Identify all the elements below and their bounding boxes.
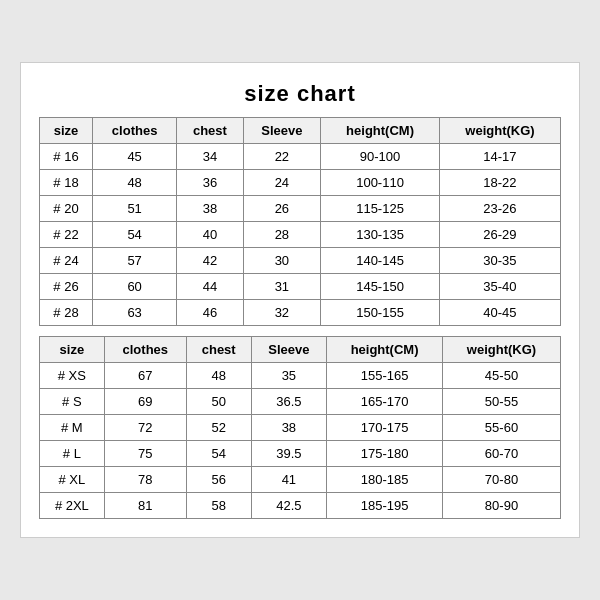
table1-header-row: sizeclotheschestSleeveheight(CM)weight(K… <box>40 118 561 144</box>
table-cell: 26 <box>243 196 321 222</box>
table-cell: 44 <box>177 274 243 300</box>
table-cell: 55-60 <box>442 415 560 441</box>
table-cell: # 20 <box>40 196 93 222</box>
table-cell: 38 <box>177 196 243 222</box>
table2-col-header: weight(KG) <box>442 337 560 363</box>
table-cell: # 16 <box>40 144 93 170</box>
table-cell: 185-195 <box>327 493 443 519</box>
table-cell: # 26 <box>40 274 93 300</box>
table-cell: 67 <box>104 363 186 389</box>
table-row: # L755439.5175-18060-70 <box>40 441 561 467</box>
table-cell: 22 <box>243 144 321 170</box>
size-table-1: sizeclotheschestSleeveheight(CM)weight(K… <box>39 117 561 326</box>
table2-body: # XS674835155-16545-50# S695036.5165-170… <box>40 363 561 519</box>
table-row: # 1645342290-10014-17 <box>40 144 561 170</box>
table-cell: 42 <box>177 248 243 274</box>
table-cell: 115-125 <box>321 196 440 222</box>
table-cell: 45-50 <box>442 363 560 389</box>
table-cell: 28 <box>243 222 321 248</box>
table-cell: 180-185 <box>327 467 443 493</box>
table-cell: 80-90 <box>442 493 560 519</box>
table-cell: 36.5 <box>251 389 327 415</box>
table-cell: 54 <box>186 441 251 467</box>
table-cell: 52 <box>186 415 251 441</box>
table1-col-header: chest <box>177 118 243 144</box>
table-cell: 60 <box>93 274 177 300</box>
table-cell: 40 <box>177 222 243 248</box>
table1-header: sizeclotheschestSleeveheight(CM)weight(K… <box>40 118 561 144</box>
table-cell: 31 <box>243 274 321 300</box>
table-row: # 26604431145-15035-40 <box>40 274 561 300</box>
table-cell: # 18 <box>40 170 93 196</box>
table2-col-header: height(CM) <box>327 337 443 363</box>
table1-col-header: height(CM) <box>321 118 440 144</box>
table-cell: 54 <box>93 222 177 248</box>
table-cell: 72 <box>104 415 186 441</box>
table-row: # 20513826115-12523-26 <box>40 196 561 222</box>
table-cell: 60-70 <box>442 441 560 467</box>
table-cell: # 28 <box>40 300 93 326</box>
chart-title: size chart <box>39 81 561 107</box>
table-cell: 69 <box>104 389 186 415</box>
table1-col-header: clothes <box>93 118 177 144</box>
table-cell: 58 <box>186 493 251 519</box>
table-row: # 24574230140-14530-35 <box>40 248 561 274</box>
table-cell: 39.5 <box>251 441 327 467</box>
table1-body: # 1645342290-10014-17# 18483624100-11018… <box>40 144 561 326</box>
table-cell: 175-180 <box>327 441 443 467</box>
table-cell: 45 <box>93 144 177 170</box>
table-cell: 35-40 <box>439 274 560 300</box>
table-cell: 50 <box>186 389 251 415</box>
table-cell: # 22 <box>40 222 93 248</box>
table-row: # 2XL815842.5185-19580-90 <box>40 493 561 519</box>
table-row: # XS674835155-16545-50 <box>40 363 561 389</box>
size-table-2: sizeclotheschestSleeveheight(CM)weight(K… <box>39 336 561 519</box>
table-cell: # 24 <box>40 248 93 274</box>
table-cell: 63 <box>93 300 177 326</box>
table-cell: 32 <box>243 300 321 326</box>
size-chart-card: size chart sizeclotheschestSleeveheight(… <box>20 62 580 538</box>
table-cell: 41 <box>251 467 327 493</box>
table2-col-header: size <box>40 337 105 363</box>
table1-col-header: Sleeve <box>243 118 321 144</box>
table-cell: 56 <box>186 467 251 493</box>
table1-col-header: weight(KG) <box>439 118 560 144</box>
table-cell: 48 <box>186 363 251 389</box>
table-row: # 28634632150-15540-45 <box>40 300 561 326</box>
table-cell: 46 <box>177 300 243 326</box>
table1-col-header: size <box>40 118 93 144</box>
table-cell: 70-80 <box>442 467 560 493</box>
table-cell: 170-175 <box>327 415 443 441</box>
table-cell: 57 <box>93 248 177 274</box>
table-row: # S695036.5165-17050-55 <box>40 389 561 415</box>
table-cell: 30-35 <box>439 248 560 274</box>
table-cell: 48 <box>93 170 177 196</box>
table-cell: 150-155 <box>321 300 440 326</box>
table-cell: 51 <box>93 196 177 222</box>
table-cell: 38 <box>251 415 327 441</box>
table-cell: 81 <box>104 493 186 519</box>
table-cell: 24 <box>243 170 321 196</box>
table-row: # XL785641180-18570-80 <box>40 467 561 493</box>
table-cell: 36 <box>177 170 243 196</box>
table-cell: 140-145 <box>321 248 440 274</box>
table-row: # 22544028130-13526-29 <box>40 222 561 248</box>
table-cell: # S <box>40 389 105 415</box>
table-cell: 34 <box>177 144 243 170</box>
table2-col-header: chest <box>186 337 251 363</box>
table2-col-header: clothes <box>104 337 186 363</box>
table-cell: 75 <box>104 441 186 467</box>
table-cell: 14-17 <box>439 144 560 170</box>
table2-col-header: Sleeve <box>251 337 327 363</box>
table-cell: 100-110 <box>321 170 440 196</box>
table2-header-row: sizeclotheschestSleeveheight(CM)weight(K… <box>40 337 561 363</box>
table-row: # 18483624100-11018-22 <box>40 170 561 196</box>
table-cell: 35 <box>251 363 327 389</box>
table-cell: 18-22 <box>439 170 560 196</box>
table-cell: # XL <box>40 467 105 493</box>
table-row: # M725238170-17555-60 <box>40 415 561 441</box>
table-cell: 130-135 <box>321 222 440 248</box>
table-cell: 50-55 <box>442 389 560 415</box>
table-cell: # 2XL <box>40 493 105 519</box>
table-cell: 26-29 <box>439 222 560 248</box>
